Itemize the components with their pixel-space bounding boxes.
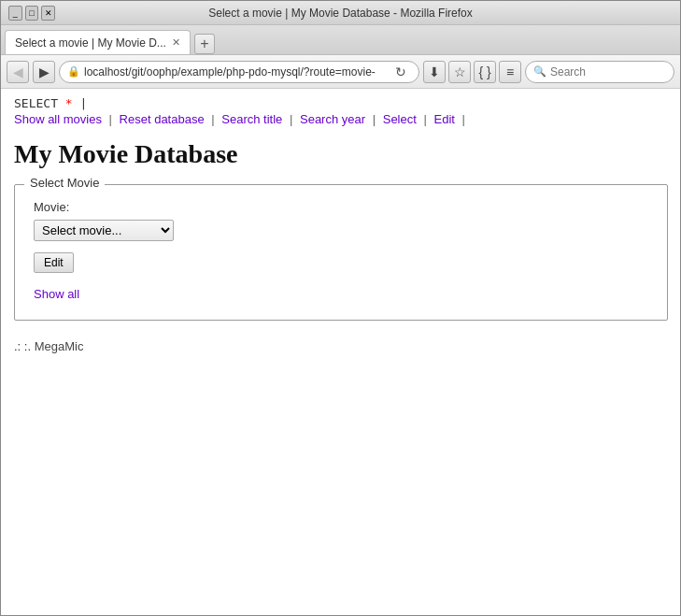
breadcrumb: SELECT * | (14, 96, 667, 110)
address-bar[interactable]: 🔒 ↻ (59, 61, 419, 83)
separator-4: | (373, 112, 376, 126)
nav-bar: ◀ ▶ 🔒 ↻ ⬇ ☆ { } ≡ 🔍 (1, 55, 680, 89)
close-button[interactable]: ✕ (41, 6, 55, 21)
separator-2: | (211, 112, 214, 126)
select-movie-box: Select Movie Movie: Select movie... Edit… (14, 184, 668, 321)
back-button[interactable]: ◀ (7, 61, 29, 83)
movie-select[interactable]: Select movie... (34, 220, 174, 241)
search-input[interactable] (550, 65, 666, 79)
separator-5: | (423, 112, 426, 126)
page-title: My Movie Database (14, 139, 667, 169)
separator-3: | (290, 112, 292, 126)
reset-database-link[interactable]: Reset database (120, 112, 205, 126)
search-icon: 🔍 (533, 65, 546, 78)
footer-dots: .: :. (14, 339, 31, 353)
nav-right-buttons: ⬇ ☆ { } ≡ (423, 61, 521, 83)
sql-asterisk: * (65, 96, 73, 110)
refresh-button[interactable]: ↻ (390, 62, 411, 82)
nav-links: Show all movies | Reset database | Searc… (14, 112, 667, 126)
movie-form-group: Movie: Select movie... (34, 200, 648, 241)
download-button[interactable]: ⬇ (423, 61, 446, 83)
select-movie-legend: Select Movie (24, 176, 105, 190)
search-bar[interactable]: 🔍 (525, 61, 674, 83)
edit-link[interactable]: Edit (434, 112, 455, 126)
select-link[interactable]: Select (383, 112, 417, 126)
show-all-link[interactable]: Show all (34, 287, 79, 301)
search-year-link[interactable]: Search year (300, 112, 365, 126)
edit-button[interactable]: Edit (34, 252, 74, 273)
tab-label: Select a movie | My Movie D... (15, 36, 166, 50)
bookmark-button[interactable]: ☆ (448, 61, 471, 83)
browser-tab[interactable]: Select a movie | My Movie D... ✕ (5, 30, 191, 54)
lock-icon: 🔒 (67, 65, 80, 78)
separator-6: | (462, 112, 465, 126)
forward-button[interactable]: ▶ (33, 61, 55, 83)
sql-suffix: | (73, 96, 88, 110)
developer-button[interactable]: { } (474, 61, 496, 83)
minimize-button[interactable]: _ (8, 6, 22, 21)
maximize-button[interactable]: □ (25, 6, 39, 21)
show-all-movies-link[interactable]: Show all movies (14, 112, 102, 126)
browser-window: _ □ ✕ Select a movie | My Movie Database… (0, 0, 681, 616)
sql-prefix: SELECT (14, 96, 65, 110)
movie-label: Movie: (34, 200, 648, 214)
footer-text: .: :. MegaMic (14, 339, 667, 353)
search-title-link[interactable]: Search title (221, 112, 282, 126)
page-content: SELECT * | Show all movies | Reset datab… (1, 89, 680, 615)
menu-button[interactable]: ≡ (499, 61, 521, 83)
window-title: Select a movie | My Movie Database - Moz… (55, 7, 626, 20)
footer-brand: MegaMic (35, 339, 84, 353)
new-tab-button[interactable]: + (194, 34, 215, 54)
tab-close-icon[interactable]: ✕ (172, 36, 180, 49)
title-bar: _ □ ✕ Select a movie | My Movie Database… (1, 1, 680, 25)
tab-bar: Select a movie | My Movie D... ✕ + (1, 25, 680, 55)
separator-1: | (109, 112, 112, 126)
address-input[interactable] (84, 65, 387, 79)
